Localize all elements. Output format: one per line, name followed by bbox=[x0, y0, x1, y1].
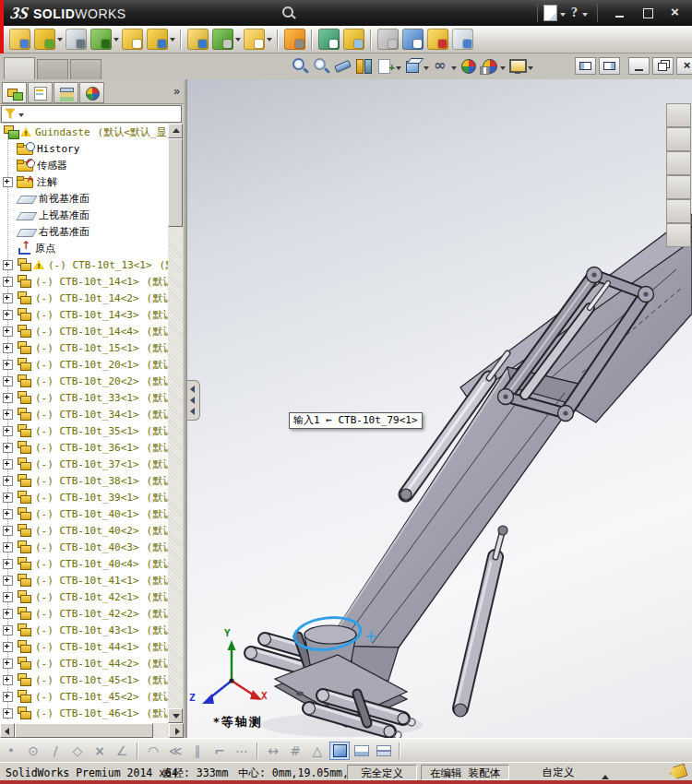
task-pane-button-resources[interactable] bbox=[666, 103, 691, 127]
viewbar-icon-snap-point[interactable] bbox=[143, 742, 163, 760]
expand-icon[interactable] bbox=[3, 343, 13, 353]
tree-component-row[interactable]: (-) CTB-10t_40<3> (默认 bbox=[0, 539, 168, 555]
window-button-close[interactable] bbox=[663, 6, 686, 20]
toolbar-icon-smart-fasteners[interactable] bbox=[122, 29, 143, 50]
toolbar-icon-show-hidden[interactable] bbox=[187, 29, 209, 50]
expand-icon[interactable] bbox=[3, 708, 13, 719]
headsup-icon-hide-items[interactable] bbox=[376, 57, 395, 75]
task-pane-button-view-palette[interactable] bbox=[666, 175, 691, 199]
expand-icon[interactable] bbox=[3, 509, 13, 519]
viewbar-icon-circle[interactable] bbox=[23, 742, 43, 760]
toolbar-icon-snapshot[interactable] bbox=[452, 29, 473, 50]
tab-displaymanager[interactable] bbox=[79, 82, 104, 103]
search-icon[interactable] bbox=[280, 5, 296, 21]
expand-icon[interactable] bbox=[3, 360, 13, 370]
tab-propertymanager[interactable] bbox=[28, 82, 53, 103]
task-pane-button-design-library[interactable] bbox=[666, 127, 691, 151]
expand-icon[interactable] bbox=[3, 625, 13, 636]
tree-filter-field[interactable] bbox=[1, 105, 182, 123]
tree-row[interactable]: 原点 bbox=[0, 240, 168, 256]
tree-component-row[interactable]: (-) CTB-10t_14<4> (默认 bbox=[0, 323, 168, 339]
tree-component-row[interactable]: (-) CTB-10t_43<1> (默认 bbox=[0, 622, 168, 638]
tree-component-row[interactable]: (-) CTB-10t_40<4> (默认 bbox=[0, 555, 168, 572]
doc-window-button-minimize[interactable] bbox=[628, 57, 650, 75]
tree-component-row[interactable]: (-) CTB-10t_45<1> (默认 bbox=[0, 671, 168, 688]
toolbar-icon-insert-components[interactable] bbox=[34, 29, 55, 50]
tree-component-row[interactable]: (-) CTB-10t_44<1> (默认 bbox=[0, 638, 168, 655]
expand-icon[interactable] bbox=[3, 659, 13, 669]
more-tabs-chevron-icon[interactable] bbox=[173, 80, 180, 103]
toolbar-icon-interference[interactable] bbox=[377, 29, 399, 50]
viewbar-icon-snap-grid[interactable] bbox=[165, 742, 185, 760]
tree-component-row[interactable]: (-) CTB-10t_42<1> (默认 bbox=[0, 588, 168, 605]
tab-featuremanager[interactable] bbox=[2, 82, 27, 103]
expand-icon[interactable] bbox=[3, 293, 13, 303]
doc-window-button-pane-right[interactable] bbox=[599, 57, 620, 75]
tree-component-row[interactable]: (-) CTB-10t_46<1> (默认 bbox=[0, 705, 168, 721]
window-button-restore[interactable] bbox=[636, 6, 659, 20]
headsup-icon-zoom-area[interactable] bbox=[312, 57, 331, 75]
tree-row[interactable]: 传感器 bbox=[0, 157, 168, 173]
headsup-icon-zoom-fit[interactable] bbox=[291, 57, 310, 75]
expand-icon[interactable] bbox=[3, 177, 13, 187]
tree-component-row[interactable]: (-) CTB-10t_14<3> (默认 bbox=[0, 306, 168, 323]
tree-row[interactable]: 上视基准面 bbox=[0, 207, 168, 223]
tree-root-row[interactable]: Guindaste (默认<默认_显 bbox=[0, 124, 168, 140]
dropdown-arrow-icon[interactable] bbox=[113, 38, 119, 44]
toolbar-icon-edit-component[interactable] bbox=[9, 29, 30, 50]
tree-component-row[interactable]: (-) CTB-10t_14<2> (默认 bbox=[0, 290, 168, 306]
expand-icon[interactable] bbox=[3, 277, 13, 287]
tree-component-row[interactable]: (-) CTB-10t_14<1> (默认 bbox=[0, 273, 168, 290]
expand-icon[interactable] bbox=[3, 410, 13, 420]
scroll-down-button[interactable] bbox=[168, 708, 183, 723]
dropdown-arrow-icon[interactable] bbox=[235, 38, 241, 44]
expand-icon[interactable] bbox=[3, 310, 13, 320]
expand-icon[interactable] bbox=[3, 609, 13, 619]
task-pane-button-appearances[interactable] bbox=[666, 199, 691, 223]
headsup-icon-view-orientation[interactable] bbox=[403, 57, 423, 75]
expand-icon[interactable] bbox=[3, 576, 13, 586]
expand-icon[interactable] bbox=[3, 675, 13, 685]
tree-component-row[interactable]: (-) CTB-10t_36<1> (默认 bbox=[0, 439, 168, 456]
expand-icon[interactable] bbox=[3, 376, 13, 386]
tree-component-row[interactable]: (-) CTB-10t_20<1> (默认 bbox=[0, 356, 168, 373]
tab-sketch[interactable] bbox=[70, 59, 101, 79]
scroll-up-button[interactable] bbox=[168, 124, 183, 138]
task-pane-button-custom-properties[interactable] bbox=[666, 223, 691, 247]
toolbar-icon-assembly-features[interactable] bbox=[212, 29, 233, 50]
toolbar-icon-component-pattern[interactable] bbox=[90, 29, 112, 50]
expand-icon[interactable] bbox=[3, 559, 13, 569]
viewbar-icon-polygon[interactable] bbox=[67, 742, 88, 760]
tree-component-row[interactable]: (-) CTB-10t_15<1> (默认 bbox=[0, 339, 168, 356]
task-pane-button-file-explorer[interactable] bbox=[666, 151, 691, 175]
toolbar-icon-motion-study[interactable] bbox=[284, 29, 305, 50]
viewbar-icon-corner[interactable] bbox=[209, 742, 230, 760]
tree-component-row[interactable]: (-) CTB-10t_37<1> (默认 bbox=[0, 456, 168, 472]
tree-row[interactable]: History bbox=[0, 140, 168, 157]
viewbar-icon-shaded[interactable] bbox=[329, 742, 350, 760]
tree-component-row[interactable]: (-) CTB-10t_40<2> (默认 bbox=[0, 522, 168, 539]
headsup-icon-display-style[interactable] bbox=[431, 57, 450, 75]
expand-icon[interactable] bbox=[3, 393, 13, 403]
tree-component-row[interactable]: (-) CTB-10t_45<2> (默认 bbox=[0, 688, 168, 705]
viewbar-icon-point[interactable] bbox=[1, 742, 21, 760]
new-document-icon[interactable] bbox=[543, 5, 557, 21]
expand-icon[interactable] bbox=[3, 592, 13, 602]
dropdown-arrow-icon[interactable] bbox=[57, 38, 63, 44]
headsup-icon-edit-appearance[interactable] bbox=[459, 57, 478, 75]
scroll-left-button[interactable] bbox=[0, 723, 15, 738]
scrollbar-thumb[interactable] bbox=[15, 723, 153, 738]
viewbar-icon-viewport-multi[interactable] bbox=[374, 742, 394, 760]
toolbar-icon-reference-geometry[interactable] bbox=[244, 29, 265, 50]
expand-icon[interactable] bbox=[3, 692, 13, 702]
tab-configurationmanager[interactable] bbox=[54, 82, 78, 103]
new-document-dropdown-icon[interactable] bbox=[560, 13, 566, 19]
viewbar-icon-spline[interactable] bbox=[232, 742, 252, 760]
help-icon[interactable]: ? bbox=[569, 6, 579, 20]
dropdown-arrow-icon[interactable] bbox=[451, 66, 457, 73]
expand-icon[interactable] bbox=[3, 642, 13, 652]
tab-assembly[interactable] bbox=[4, 57, 35, 79]
expand-icon[interactable] bbox=[3, 493, 13, 503]
tree-component-row[interactable]: (-) CTB-10t_44<2> (默认 bbox=[0, 655, 168, 671]
doc-window-button-restore[interactable] bbox=[652, 57, 674, 75]
